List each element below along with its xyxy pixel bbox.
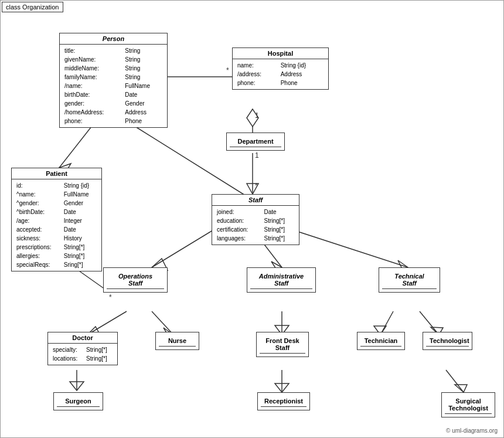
svg-line-1 xyxy=(59,127,91,168)
svg-line-17 xyxy=(152,311,173,335)
svg-text:1: 1 xyxy=(255,111,259,120)
technologist-box: Technologist xyxy=(423,332,472,350)
svg-text:*: * xyxy=(109,293,112,301)
diagram-title: class Organization xyxy=(2,2,63,12)
administrative-staff-box: AdministrativeStaff xyxy=(247,267,316,293)
technologist-title: Technologist xyxy=(426,335,469,347)
hospital-title: Hospital xyxy=(233,48,328,59)
operations-staff-box: OperationsStaff xyxy=(103,267,168,293)
technical-staff-box: TechnicalStaff xyxy=(379,267,440,293)
operations-staff-title: OperationsStaff xyxy=(107,271,164,289)
svg-line-13 xyxy=(291,229,408,267)
doctor-title: Doctor xyxy=(48,332,117,344)
person-title: Person xyxy=(60,33,167,45)
hospital-attrs: name:String {id} /address:Address phone:… xyxy=(233,59,328,89)
svg-text:1: 1 xyxy=(255,151,259,159)
svg-line-21 xyxy=(380,311,393,335)
staff-box: Staff joined:Date education:String[*] ce… xyxy=(212,194,299,245)
receptionist-title: Receptionist xyxy=(261,396,307,407)
svg-text:*: * xyxy=(226,66,229,74)
svg-marker-30 xyxy=(455,385,467,392)
svg-marker-6 xyxy=(247,109,258,127)
surgical-technologist-box: SurgicalTechnologist xyxy=(441,392,495,417)
svg-line-15 xyxy=(87,311,127,335)
svg-text:*: * xyxy=(255,182,258,190)
svg-marker-8 xyxy=(247,184,258,194)
patient-box: Patient id:String {id} ^name:FullName ^g… xyxy=(11,168,102,271)
department-box: Department xyxy=(226,133,285,151)
patient-attrs: id:String {id} ^name:FullName ^gender:Ge… xyxy=(12,179,101,271)
svg-line-9 xyxy=(152,229,214,267)
copyright: © uml-diagrams.org xyxy=(446,427,498,434)
staff-title: Staff xyxy=(212,195,299,206)
person-box: Person title:String givenName:String mid… xyxy=(59,33,168,128)
patient-title: Patient xyxy=(12,168,101,179)
technician-title: Technician xyxy=(360,335,401,347)
front-desk-staff-title: Front DeskStaff xyxy=(260,335,305,354)
doctor-box: Doctor specialty:String[*] locations:Str… xyxy=(47,332,118,365)
administrative-staff-title: AdministrativeStaff xyxy=(250,271,312,289)
svg-marker-28 xyxy=(275,383,289,392)
front-desk-staff-box: Front DeskStaff xyxy=(256,332,309,357)
diagram-container: class Organization xyxy=(0,0,504,438)
svg-marker-26 xyxy=(70,382,84,391)
person-attrs: title:String givenName:String middleName… xyxy=(60,45,167,127)
surgeon-box: Surgeon xyxy=(53,392,103,410)
nurse-title: Nurse xyxy=(159,335,196,347)
hospital-box: Hospital name:String {id} /address:Addre… xyxy=(232,47,329,90)
svg-line-23 xyxy=(420,311,439,335)
staff-attrs: joined:Date education:String[*] certific… xyxy=(212,206,299,245)
svg-line-29 xyxy=(446,370,464,392)
surgical-technologist-title: SurgicalTechnologist xyxy=(445,396,492,414)
technical-staff-title: TechnicalStaff xyxy=(382,271,437,289)
surgeon-title: Surgeon xyxy=(57,396,100,407)
receptionist-box: Receptionist xyxy=(257,392,310,410)
department-title: Department xyxy=(230,136,281,147)
nurse-box: Nurse xyxy=(155,332,199,350)
technician-box: Technician xyxy=(357,332,405,350)
doctor-attrs: specialty:String[*] locations:String[*] xyxy=(48,344,117,365)
